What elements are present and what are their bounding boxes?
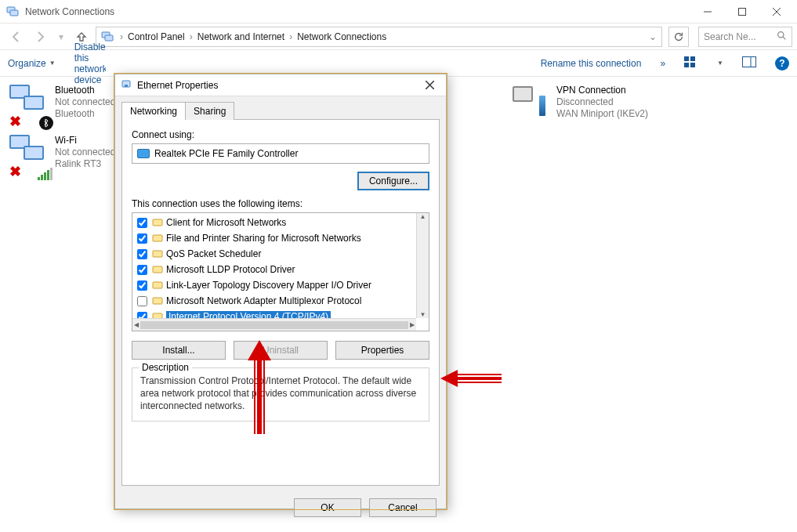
- protocol-item[interactable]: Microsoft LLDP Protocol Driver: [132, 262, 429, 277]
- protocol-item[interactable]: Client for Microsoft Networks: [132, 215, 429, 230]
- ok-button[interactable]: OK: [294, 498, 361, 517]
- search-placeholder: Search Ne...: [704, 31, 756, 42]
- breadcrumb[interactable]: › Control Panel › Network and Internet ›…: [96, 27, 662, 47]
- description-legend: Description: [139, 362, 192, 373]
- rename-connection-button[interactable]: Rename this connection: [541, 58, 642, 69]
- connection-status: Disconnected: [556, 96, 648, 107]
- breadcrumb-item[interactable]: Network and Internet: [196, 31, 286, 42]
- description-text: Transmission Control Protocol/Internet P…: [140, 375, 421, 413]
- dialog-title: Ethernet Properties: [137, 80, 218, 91]
- svg-marker-30: [440, 370, 458, 387]
- dialog-tabs: Networking Sharing: [115, 96, 446, 119]
- tab-sharing[interactable]: Sharing: [185, 102, 234, 120]
- chevron-down-icon[interactable]: ⌄: [649, 31, 660, 42]
- protocol-item-label: QoS Packet Scheduler: [166, 248, 261, 259]
- properties-button[interactable]: Properties: [335, 341, 429, 360]
- app-icon: [6, 5, 19, 18]
- chevron-right-icon: ›: [118, 31, 125, 42]
- install-button[interactable]: Install...: [132, 341, 226, 360]
- chevron-down-icon[interactable]: ▼: [717, 60, 723, 67]
- scroll-down-icon[interactable]: ▼: [420, 311, 426, 318]
- disconnected-x-icon: ✖: [9, 113, 21, 130]
- annotation-arrow-up: [248, 340, 271, 434]
- nav-back-button[interactable]: [5, 26, 27, 48]
- description-group: Description Transmission Control Protoco…: [132, 367, 429, 422]
- nav-recent-button[interactable]: ▾: [55, 26, 67, 48]
- protocol-item-checkbox[interactable]: [137, 233, 147, 244]
- protocol-item-label: Link-Layer Topology Discovery Mapper I/O…: [166, 280, 371, 291]
- connection-name: VPN Connection: [556, 85, 648, 96]
- minimize-button[interactable]: [690, 1, 725, 23]
- items-label: This connection uses the following items…: [132, 198, 429, 209]
- protocol-item[interactable]: File and Printer Sharing for Microsoft N…: [132, 230, 429, 246]
- tab-networking[interactable]: Networking: [121, 102, 186, 120]
- dialog-close-button[interactable]: [418, 77, 441, 94]
- svg-rect-25: [153, 298, 162, 304]
- command-bar: Organize ▼ Disable this network device R…: [0, 50, 797, 77]
- adapter-field[interactable]: Realtek PCIe FE Family Controller: [132, 143, 429, 164]
- protocol-item-checkbox[interactable]: [137, 218, 147, 228]
- scroll-up-icon[interactable]: ▲: [420, 213, 426, 220]
- connection-status: Not connected: [55, 147, 115, 157]
- disconnected-x-icon: ✖: [9, 163, 21, 180]
- breadcrumb-item[interactable]: Network Connections: [295, 31, 388, 42]
- preview-pane-button[interactable]: [742, 56, 756, 70]
- window-title: Network Connections: [25, 6, 114, 17]
- protocol-icon: [152, 248, 163, 259]
- annotation-arrow-right: [440, 370, 502, 387]
- cancel-button[interactable]: Cancel: [369, 498, 437, 517]
- protocol-item[interactable]: Link-Layer Topology Discovery Mapper I/O…: [132, 277, 429, 293]
- help-button[interactable]: ?: [775, 56, 789, 71]
- organize-menu[interactable]: Organize ▼: [8, 58, 56, 69]
- search-icon: [777, 31, 787, 43]
- dialog-titlebar[interactable]: Ethernet Properties: [115, 74, 446, 96]
- nav-forward-button[interactable]: [30, 26, 52, 48]
- svg-rect-17: [125, 85, 128, 87]
- svg-rect-13: [690, 63, 695, 67]
- protocol-item-checkbox[interactable]: [137, 249, 147, 259]
- bluetooth-icon: ✖: [9, 85, 50, 125]
- protocol-icon: [152, 233, 163, 244]
- scroll-left-icon[interactable]: ◀: [134, 321, 139, 328]
- bluetooth-badge-icon: [39, 116, 53, 130]
- svg-rect-12: [684, 63, 689, 67]
- connection-detail: WAN Miniport (IKEv2): [556, 108, 648, 119]
- scroll-right-icon[interactable]: ▶: [410, 321, 415, 328]
- search-input[interactable]: Search Ne...: [698, 27, 792, 47]
- refresh-button[interactable]: [668, 27, 689, 47]
- scrollbar-vertical[interactable]: ▲▼: [416, 213, 429, 318]
- chevron-down-icon: ▼: [49, 60, 56, 67]
- svg-rect-21: [153, 235, 162, 241]
- address-bar: ▾ › Control Panel › Network and Internet…: [0, 24, 797, 50]
- svg-marker-34: [248, 340, 271, 360]
- svg-rect-10: [684, 56, 689, 61]
- chevron-right-icon: ›: [288, 31, 294, 42]
- view-options-button[interactable]: [684, 56, 698, 70]
- window-close-button[interactable]: [759, 1, 794, 23]
- wifi-signal-icon: [38, 168, 55, 180]
- connection-item-vpn[interactable]: VPN Connection Disconnected WAN Miniport…: [511, 85, 715, 176]
- protocol-icon: [152, 264, 163, 275]
- svg-rect-20: [153, 219, 162, 226]
- configure-button[interactable]: Configure...: [357, 172, 429, 190]
- protocol-icon: [152, 280, 163, 291]
- svg-rect-24: [153, 282, 162, 288]
- protocol-item-checkbox[interactable]: [137, 280, 147, 291]
- protocol-item-checkbox[interactable]: [137, 265, 147, 275]
- more-commands-button[interactable]: »: [660, 58, 665, 69]
- chevron-right-icon: ›: [188, 31, 194, 42]
- vpn-icon: [511, 85, 552, 125]
- tab-body-networking: Connect using: Realtek PCIe FE Family Co…: [121, 119, 440, 486]
- connection-detail: Ralink RT3: [55, 158, 115, 169]
- maximize-button[interactable]: [725, 1, 759, 23]
- scroll-thumb[interactable]: [140, 321, 408, 329]
- scrollbar-horizontal[interactable]: ◀▶: [132, 318, 416, 331]
- protocol-item-checkbox[interactable]: [137, 296, 147, 306]
- wifi-icon: ✖: [9, 135, 50, 176]
- protocol-item[interactable]: Microsoft Network Adapter Multiplexor Pr…: [132, 293, 429, 309]
- connection-name: Wi-Fi: [55, 135, 115, 146]
- ethernet-icon: [120, 78, 132, 92]
- svg-line-9: [783, 37, 785, 39]
- protocol-item[interactable]: QoS Packet Scheduler: [132, 246, 429, 262]
- breadcrumb-item[interactable]: Control Panel: [126, 31, 187, 42]
